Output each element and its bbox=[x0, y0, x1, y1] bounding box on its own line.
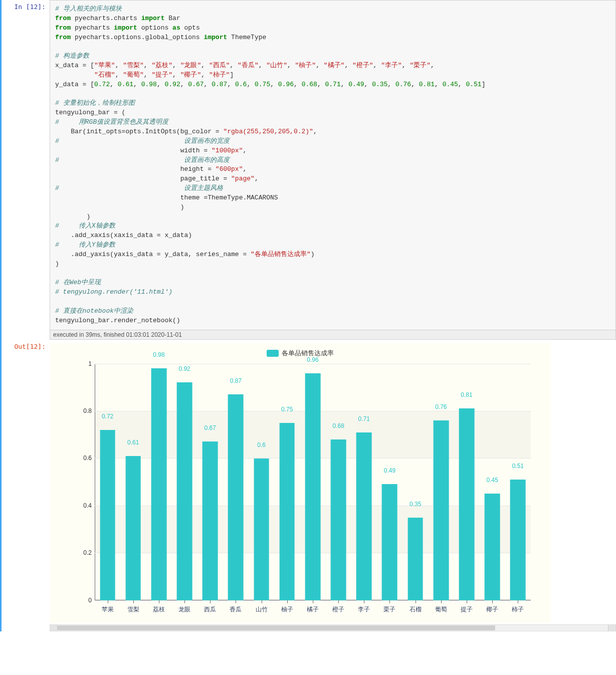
bar-chart: 各单品销售达成率 00.20.40.60.81 0.72苹果0.61雪梨0.98… bbox=[50, 343, 551, 623]
bar[interactable] bbox=[202, 441, 218, 600]
bar-value-label: 0.98 bbox=[153, 351, 164, 360]
code-editor[interactable]: # 导入相关的库与模块 from pyecharts.charts import… bbox=[50, 0, 616, 330]
x-tick bbox=[416, 600, 416, 603]
x-tick-label: 橙子 bbox=[332, 605, 344, 614]
bar-column: 0.49栗子 bbox=[377, 364, 402, 600]
x-tick bbox=[364, 600, 364, 603]
y-tick-label: 0.2 bbox=[75, 549, 92, 556]
x-tick bbox=[441, 600, 442, 603]
bar[interactable] bbox=[254, 459, 269, 600]
bar-value-label: 0.96 bbox=[307, 356, 318, 365]
x-tick bbox=[313, 600, 313, 603]
x-tick-label: 雪梨 bbox=[127, 605, 139, 614]
bar-value-label: 0.49 bbox=[384, 467, 395, 476]
bar[interactable] bbox=[356, 432, 372, 600]
x-tick-label: 西瓜 bbox=[204, 605, 216, 614]
execution-timing: executed in 39ms, finished 01:03:01 2020… bbox=[50, 330, 616, 340]
x-tick-label: 荔枝 bbox=[153, 605, 165, 614]
x-tick-label: 苹果 bbox=[102, 605, 114, 614]
x-tick bbox=[287, 600, 288, 603]
bar-column: 0.71李子 bbox=[351, 364, 377, 600]
bar-value-label: 0.72 bbox=[102, 413, 113, 421]
bar-column: 0.51柿子 bbox=[505, 364, 531, 600]
bar[interactable] bbox=[100, 430, 115, 600]
chart-axes: 00.20.40.60.81 0.72苹果0.61雪梨0.98荔枝0.92龙眼0… bbox=[95, 364, 531, 600]
chart-scroll-wrap[interactable]: 各单品销售达成率 00.20.40.60.81 0.72苹果0.61雪梨0.98… bbox=[50, 343, 616, 623]
x-tick-label: 柚子 bbox=[281, 605, 293, 614]
bar-column: 0.6山竹 bbox=[249, 364, 274, 600]
bar[interactable] bbox=[382, 484, 397, 600]
x-tick bbox=[108, 600, 108, 603]
bar[interactable] bbox=[407, 518, 423, 600]
bar[interactable] bbox=[177, 382, 192, 600]
bar-column: 0.61雪梨 bbox=[120, 364, 146, 600]
bar[interactable] bbox=[433, 420, 449, 600]
x-tick bbox=[467, 600, 467, 603]
input-prompt: In [12]: bbox=[4, 0, 50, 11]
bar-value-label: 0.71 bbox=[358, 415, 370, 424]
chart-legend[interactable]: 各单品销售达成率 bbox=[50, 347, 551, 359]
horizontal-scrollbar[interactable] bbox=[50, 624, 616, 631]
bar[interactable] bbox=[228, 394, 244, 600]
notebook: In [12]: # 导入相关的库与模块 from pyecharts.char… bbox=[0, 0, 616, 631]
x-tick bbox=[210, 600, 211, 603]
x-tick-label: 提子 bbox=[461, 605, 473, 614]
bar-value-label: 0.75 bbox=[281, 406, 293, 414]
bar-column: 0.98荔枝 bbox=[146, 364, 171, 600]
bar-value-label: 0.35 bbox=[409, 501, 421, 509]
bar-column: 0.35石榴 bbox=[402, 364, 428, 600]
output-cell: Out[12]: 各单品销售达成率 00.20.40.60.81 0.72苹果0… bbox=[4, 340, 616, 631]
y-tick-label: 1 bbox=[75, 360, 92, 367]
cell-body: # 导入相关的库与模块 from pyecharts.charts import… bbox=[50, 0, 616, 340]
x-tick-label: 香瓜 bbox=[230, 605, 242, 614]
x-tick-label: 李子 bbox=[358, 605, 370, 614]
bar-value-label: 0.92 bbox=[178, 365, 190, 374]
bars-container: 0.72苹果0.61雪梨0.98荔枝0.92龙眼0.67西瓜0.87香瓜0.6山… bbox=[95, 364, 531, 600]
bar-value-label: 0.61 bbox=[127, 439, 139, 447]
bar[interactable] bbox=[151, 368, 167, 600]
x-tick-label: 石榴 bbox=[409, 605, 422, 614]
bar-column: 0.75柚子 bbox=[274, 364, 300, 600]
bar-value-label: 0.67 bbox=[204, 424, 216, 433]
bar[interactable] bbox=[510, 480, 526, 600]
y-tick-label: 0.8 bbox=[75, 407, 92, 414]
x-tick bbox=[492, 600, 493, 603]
x-tick-label: 山竹 bbox=[256, 605, 268, 614]
bar-column: 0.68橙子 bbox=[326, 364, 351, 600]
legend-swatch-icon bbox=[267, 350, 279, 357]
bar-value-label: 0.87 bbox=[230, 377, 242, 386]
bar[interactable] bbox=[485, 494, 500, 600]
bar-column: 0.76葡萄 bbox=[428, 364, 454, 600]
bar-column: 0.72苹果 bbox=[95, 364, 120, 600]
x-tick bbox=[236, 600, 236, 603]
x-tick-label: 橘子 bbox=[307, 605, 319, 614]
bar-value-label: 0.76 bbox=[435, 403, 447, 412]
bar[interactable] bbox=[279, 423, 295, 600]
y-tick-label: 0.6 bbox=[75, 455, 92, 462]
x-tick-label: 椰子 bbox=[486, 605, 498, 614]
x-tick bbox=[338, 600, 339, 603]
bar-value-label: 0.68 bbox=[332, 422, 344, 431]
bar-value-label: 0.81 bbox=[461, 391, 472, 400]
bar[interactable] bbox=[125, 456, 141, 600]
x-tick bbox=[159, 600, 159, 603]
x-tick bbox=[389, 600, 390, 603]
bar-value-label: 0.51 bbox=[512, 463, 524, 471]
input-cell: In [12]: # 导入相关的库与模块 from pyecharts.char… bbox=[4, 0, 616, 340]
bar-value-label: 0.45 bbox=[486, 477, 498, 485]
bar[interactable] bbox=[331, 439, 346, 600]
x-tick bbox=[184, 600, 185, 603]
y-tick-label: 0 bbox=[75, 597, 92, 604]
bar-column: 0.92龙眼 bbox=[172, 364, 197, 600]
output-prompt: Out[12]: bbox=[4, 340, 50, 350]
x-tick-label: 栗子 bbox=[383, 605, 395, 614]
bar-value-label: 0.6 bbox=[257, 441, 266, 450]
bar-column: 0.87香瓜 bbox=[223, 364, 249, 600]
scrollbar-thumb[interactable] bbox=[58, 625, 495, 630]
x-tick-label: 葡萄 bbox=[435, 605, 447, 614]
bar[interactable] bbox=[305, 373, 321, 600]
y-tick-label: 0.4 bbox=[75, 502, 92, 509]
x-tick-label: 柿子 bbox=[512, 605, 524, 614]
bar[interactable] bbox=[459, 408, 475, 600]
x-tick bbox=[262, 600, 262, 603]
